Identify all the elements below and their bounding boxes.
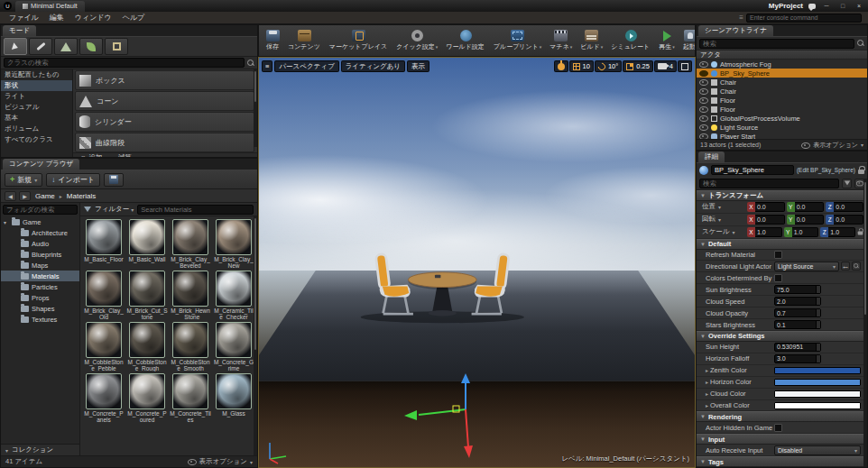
tab-content-browser[interactable]: コンテンツ ブラウザ — [3, 159, 79, 170]
placement-category-item[interactable]: 形状 — [1, 80, 72, 91]
outliner-actor-row[interactable]: Atmospheric Fog — [697, 60, 867, 69]
viewport-options-button[interactable]: ≡ — [262, 60, 272, 72]
asset-tile[interactable]: M_Concrete_Grime — [213, 322, 254, 372]
view-options-button[interactable]: 表示オプション ▾ — [188, 457, 253, 466]
use-selected-asset-button[interactable]: ← — [841, 262, 850, 271]
back-button[interactable]: ◀ — [5, 191, 16, 201]
maximize-button[interactable]: □ — [837, 3, 848, 9]
lock-icon[interactable] — [858, 170, 864, 174]
toolbar-button[interactable]: 再生▾ — [655, 28, 679, 53]
cloud-speed-input[interactable]: 2.0 — [774, 297, 821, 306]
scale-lock-icon[interactable] — [858, 232, 863, 235]
asset-search-input[interactable] — [137, 205, 254, 215]
outliner-actor-row[interactable]: Chair — [697, 87, 867, 96]
visibility-eye-icon[interactable] — [699, 69, 708, 77]
toolbar-button[interactable]: マチネ▾ — [546, 28, 576, 53]
level-tab[interactable]: Minimal Default — [15, 1, 85, 12]
visibility-eye-icon[interactable] — [699, 124, 708, 131]
folder-tree-item[interactable]: Shapes — [1, 303, 79, 314]
tab-details[interactable]: 詳細 — [698, 151, 725, 162]
asset-tile[interactable]: M_CobbleStone_Smooth — [170, 322, 211, 372]
folder-tree-item[interactable]: Textures — [1, 314, 79, 325]
outliner-column-header[interactable]: アクタ — [697, 50, 867, 60]
toolbar-button[interactable]: マーケットプレイス — [326, 28, 392, 53]
directional-light-dropdown[interactable]: Light Source▾ — [774, 262, 839, 271]
menu-window[interactable]: ウィンドウ — [69, 13, 117, 23]
asset-tile[interactable]: M_Basic_Floor — [83, 219, 125, 269]
location-y-input[interactable]: 0.0 — [795, 202, 825, 212]
sun-height-input[interactable]: 0.530951 — [774, 343, 821, 352]
section-transform[interactable]: ▼トランスフォーム — [697, 190, 867, 201]
rotation-x-input[interactable]: 0.0 — [755, 215, 785, 225]
rotation-y-input[interactable]: 0.0 — [795, 215, 825, 225]
view-mode-button[interactable]: ライティングあり — [341, 60, 405, 72]
maximize-viewport-button[interactable] — [678, 60, 692, 72]
placement-category-item[interactable]: 基本 — [1, 113, 72, 124]
breadcrumb-materials[interactable]: Materials — [65, 192, 97, 200]
outliner-actor-row[interactable]: Light Source — [697, 123, 867, 132]
place-mode-button[interactable] — [4, 38, 27, 55]
toolbar-button[interactable]: コンテンツ — [284, 28, 325, 53]
section-default[interactable]: ▼Default — [697, 239, 867, 250]
auto-receive-input-dropdown[interactable]: Disabled▾ — [774, 445, 861, 455]
placement-category-item[interactable]: すべてのクラス — [1, 134, 72, 145]
asset-tile[interactable]: M_Glass — [213, 373, 254, 423]
tab-scene-outliner[interactable]: シーンアウトライナ — [698, 25, 773, 36]
asset-tile[interactable]: M_Brick_Cut_Stone — [126, 271, 168, 320]
asset-tile[interactable]: M_Brick_Clay_Beveled — [170, 219, 211, 269]
refresh-material-checkbox[interactable] — [774, 251, 782, 259]
folder-tree-item[interactable]: Particles — [1, 281, 79, 292]
asset-tile[interactable]: M_Concrete_Panels — [83, 373, 125, 423]
feedback-icon[interactable] — [808, 4, 816, 9]
toolbar-button[interactable]: 起動▾ — [679, 28, 696, 53]
visibility-eye-icon[interactable] — [699, 106, 708, 113]
stars-brightness-input[interactable]: 0.1 — [774, 320, 821, 329]
toolbar-button[interactable]: シミュレート — [607, 28, 654, 53]
folder-tree-item[interactable]: Blueprints — [1, 249, 79, 260]
folder-tree-item[interactable]: Materials — [1, 271, 79, 281]
toolbar-button[interactable]: 保存 — [263, 28, 283, 53]
collections-section[interactable]: ▾ コレクション — [1, 444, 79, 455]
outliner-actor-row[interactable]: Chair — [697, 78, 867, 87]
visibility-eye-icon[interactable] — [699, 115, 708, 122]
horizon-falloff-input[interactable]: 3.0 — [774, 354, 821, 363]
asset-grid-scrollbar[interactable] — [254, 216, 257, 455]
asset-tile[interactable]: M_CobbleStone_Pebble — [83, 322, 125, 372]
console-command-input[interactable] — [746, 14, 862, 23]
asset-tile[interactable]: M_Basic_Wall — [126, 219, 168, 269]
folder-tree-item[interactable]: ▾ Game — [1, 216, 79, 227]
foliage-mode-button[interactable] — [79, 38, 103, 55]
paint-mode-button[interactable] — [29, 38, 52, 55]
property-filter-button[interactable] — [842, 179, 852, 188]
import-button[interactable]: ↓ インポート — [46, 173, 100, 187]
toolbar-button[interactable]: ブループリント▾ — [490, 28, 546, 53]
asset-tile[interactable]: M_Brick_Hewn_Stone — [170, 271, 211, 320]
camera-speed-button[interactable]: 4 — [654, 60, 677, 72]
surface-snap-button[interactable] — [554, 60, 568, 72]
asset-tile[interactable]: M_CobbleStone_Rough — [126, 322, 168, 372]
section-rendering[interactable]: ▼Rendering — [697, 411, 867, 422]
perspective-button[interactable]: パースペクティブ — [274, 60, 338, 72]
cloud-color-swatch[interactable] — [774, 390, 861, 398]
modes-scrollbar[interactable] — [254, 69, 257, 147]
folder-tree-item[interactable]: Audio — [1, 238, 79, 249]
outliner-actor-row[interactable]: GlobalPostProcessVolume — [697, 114, 867, 123]
asset-tile[interactable]: M_Concrete_Poured — [126, 373, 168, 423]
cloud-opacity-input[interactable]: 0.7 — [774, 308, 821, 317]
view-options-button[interactable]: 表示オプション ▾ — [801, 141, 863, 150]
visibility-eye-icon[interactable] — [699, 60, 708, 68]
browse-asset-button[interactable] — [852, 262, 861, 271]
expander-icon[interactable]: ▾ — [4, 219, 9, 225]
visibility-eye-icon[interactable] — [699, 96, 708, 104]
folder-search-input[interactable] — [3, 205, 78, 215]
placeable-shape-item[interactable]: コーン — [75, 91, 254, 111]
menu-help[interactable]: ヘルプ — [117, 13, 151, 23]
placement-category-item[interactable]: 最近配置したもの — [1, 69, 72, 80]
minimize-button[interactable]: ─ — [821, 3, 832, 9]
grid-snap-button[interactable]: 10 — [569, 60, 594, 72]
landscape-mode-button[interactable] — [54, 38, 78, 55]
forward-button[interactable]: ▶ — [19, 191, 31, 201]
close-button[interactable]: × — [854, 3, 864, 9]
scale-z-input[interactable]: 1.0 — [828, 227, 855, 237]
placeable-shape-item[interactable]: シリンダー — [75, 112, 254, 132]
